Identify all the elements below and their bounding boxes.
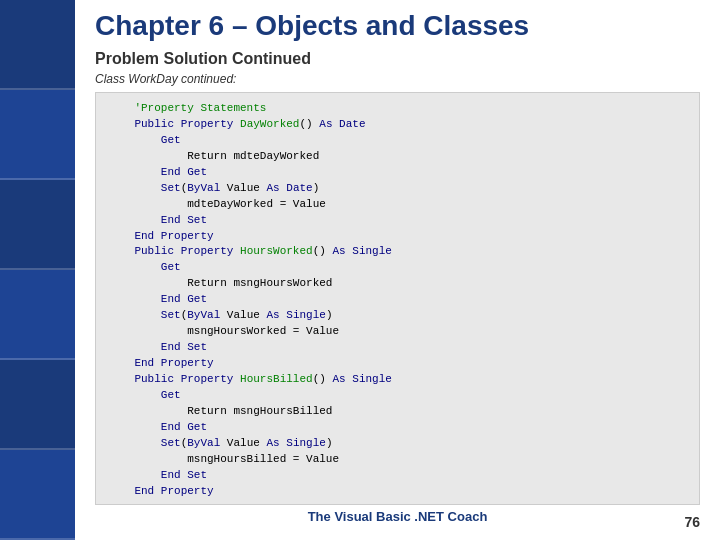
code-line: Public Property DayWorked() As Date	[108, 117, 687, 133]
code-line: 'Property Statements	[108, 101, 687, 117]
code-line: Get	[108, 388, 687, 404]
code-line: End Property	[108, 484, 687, 500]
code-line: Set(ByVal Value As Single)	[108, 308, 687, 324]
code-line: End Set	[108, 213, 687, 229]
code-box: 'Property Statements Public Property Day…	[95, 92, 700, 505]
code-line: End Property	[108, 356, 687, 372]
code-line: Public Property HoursBilled() As Single	[108, 372, 687, 388]
sidebar	[0, 0, 75, 540]
code-line: End Get	[108, 420, 687, 436]
code-line: End Get	[108, 292, 687, 308]
page: Chapter 6 – Objects and Classes Problem …	[0, 0, 720, 540]
code-line: End Property	[108, 229, 687, 245]
code-line: End Get	[108, 165, 687, 181]
main-content: Chapter 6 – Objects and Classes Problem …	[75, 0, 720, 540]
sidebar-segment-2	[0, 90, 75, 180]
code-line: mdteDayWorked = Value	[108, 197, 687, 213]
code-line: Get	[108, 133, 687, 149]
code-line: Return mdteDayWorked	[108, 149, 687, 165]
sidebar-segment-5	[0, 360, 75, 450]
code-line: End Set	[108, 340, 687, 356]
page-number: 76	[684, 514, 700, 530]
sidebar-segment-1	[0, 0, 75, 90]
code-line: Set(ByVal Value As Single)	[108, 436, 687, 452]
sidebar-segment-3	[0, 180, 75, 270]
code-line: Set(ByVal Value As Date)	[108, 181, 687, 197]
page-title: Chapter 6 – Objects and Classes	[95, 10, 700, 42]
code-line: Public Property HoursWorked() As Single	[108, 244, 687, 260]
code-line: Return msngHoursWorked	[108, 276, 687, 292]
class-label: Class WorkDay continued:	[95, 72, 700, 86]
code-line: msngHoursBilled = Value	[108, 452, 687, 468]
sidebar-segment-6	[0, 450, 75, 540]
code-line: msngHoursWorked = Value	[108, 324, 687, 340]
code-line: Return msngHoursBilled	[108, 404, 687, 420]
sidebar-segment-4	[0, 270, 75, 360]
subtitle: Problem Solution Continued	[95, 50, 700, 68]
code-line: Get	[108, 260, 687, 276]
footer: The Visual Basic .NET Coach	[95, 505, 700, 530]
code-line: End Set	[108, 468, 687, 484]
